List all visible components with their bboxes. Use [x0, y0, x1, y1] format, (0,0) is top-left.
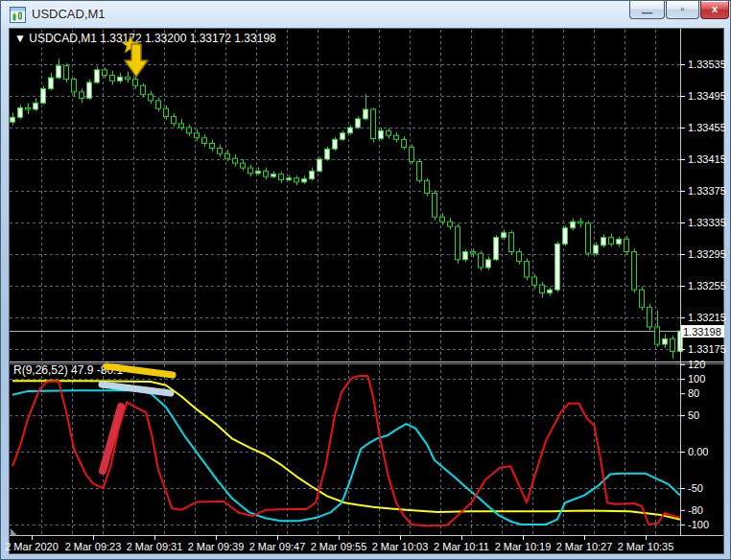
- candle: [333, 137, 338, 151]
- maximize-button[interactable]: ▫: [666, 1, 699, 19]
- candle: [563, 225, 568, 245]
- candle: [632, 248, 637, 292]
- window-titlebar[interactable]: USDCAD,M1 — ▫ x: [1, 1, 730, 29]
- candle: [325, 147, 330, 161]
- candle: [648, 304, 652, 330]
- window-title: USDCAD,M1: [32, 7, 106, 21]
- time-tick-label: 2 Mar 2020: [5, 541, 59, 552]
- time-tick-label: 2 Mar 09:55: [311, 541, 367, 552]
- close-icon: x: [712, 4, 718, 14]
- price-tick-label: 1.33375: [688, 185, 726, 197]
- time-tick-label: 2 Mar 09:47: [249, 541, 306, 552]
- time-tick-label: 2 Mar 10:27: [556, 541, 613, 552]
- time-tick-label: 2 Mar 09:23: [65, 541, 122, 552]
- time-tick-label: 2 Mar 09:39: [188, 541, 245, 552]
- indicator-tick-label: -50: [688, 482, 703, 494]
- price-tick-label: 1.33495: [688, 90, 726, 102]
- close-button[interactable]: x: [700, 1, 729, 19]
- indicator-tick-label: 50: [688, 409, 699, 421]
- price-tick-label: 1.33415: [688, 153, 726, 165]
- candle: [410, 144, 414, 164]
- minimize-icon: —: [642, 8, 652, 18]
- time-tick-label: 2 Mar 10:11: [434, 541, 489, 552]
- candle: [417, 159, 422, 183]
- indicator-tick-label: 120: [688, 359, 705, 370]
- candle: [463, 249, 468, 262]
- candle: [640, 287, 645, 311]
- candle: [433, 190, 437, 220]
- indicator-tick-label: 80: [688, 387, 699, 399]
- candle: [425, 178, 430, 197]
- candle: [318, 157, 322, 174]
- candle: [509, 230, 514, 255]
- chart-canvas[interactable]: 1.335351.334951.334551.334151.333751.333…: [1, 1, 731, 560]
- current-price-label: 1.33198: [683, 326, 721, 338]
- chart-window-icon: [10, 7, 26, 23]
- time-tick-label: 2 Mar 09:31: [127, 541, 183, 552]
- indicator-tick-label: -80: [688, 504, 703, 516]
- chart-header[interactable]: ▼ USDCAD,M1 1.33172 1.33200 1.33172 1.33…: [14, 32, 276, 45]
- candle: [456, 224, 460, 264]
- candle: [356, 116, 361, 128]
- candle: [479, 251, 483, 271]
- price-tick-label: 1.33335: [688, 217, 726, 228]
- price-tick-label: 1.33175: [688, 343, 726, 355]
- candle: [87, 80, 92, 100]
- price-tick-label: 1.33535: [688, 58, 726, 70]
- minimize-button[interactable]: —: [629, 1, 665, 19]
- indicator-tick-label: 100: [688, 373, 705, 385]
- time-tick-label: 2 Mar 10:19: [495, 541, 552, 552]
- indicator-tick-label: 0.00: [688, 446, 708, 457]
- candle: [371, 107, 376, 142]
- candle: [625, 236, 629, 255]
- indicator-tick-label: -100: [688, 519, 709, 530]
- candle: [586, 221, 591, 256]
- candle: [555, 242, 560, 292]
- price-tick-label: 1.33215: [688, 312, 726, 323]
- candle: [41, 85, 46, 105]
- price-tick-label: 1.33255: [688, 280, 726, 292]
- price-tick-label: 1.33295: [688, 248, 726, 260]
- maximize-icon: ▫: [681, 4, 685, 14]
- candle: [494, 235, 499, 261]
- chart-window: 1.335351.334951.334551.334151.333751.333…: [0, 0, 731, 560]
- candle: [64, 63, 69, 82]
- price-tick-label: 1.33455: [688, 122, 726, 133]
- time-tick-label: 2 Mar 10:03: [372, 541, 429, 552]
- time-tick-label: 2 Mar 10:35: [618, 541, 674, 552]
- candle: [525, 258, 530, 280]
